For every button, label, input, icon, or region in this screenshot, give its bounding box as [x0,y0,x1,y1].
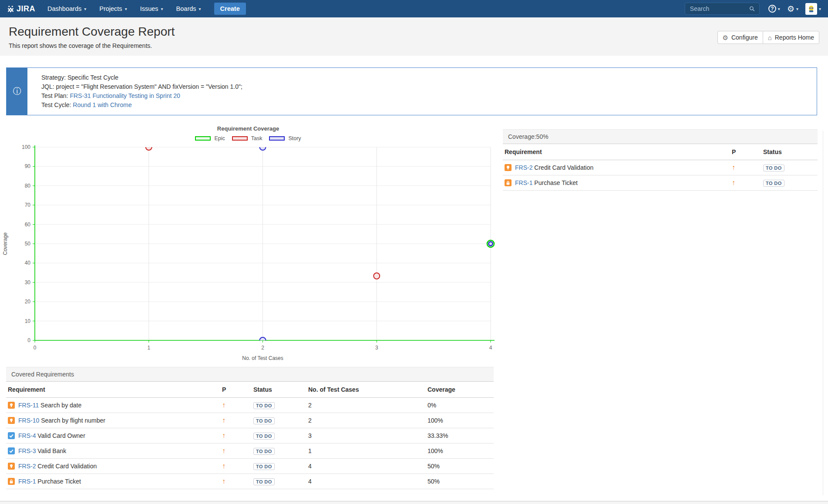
test-cases-cell: 2 [306,398,426,413]
configure-button[interactable]: ⚙ Configure [717,31,763,44]
issue-key-link[interactable]: FRS-2 [18,463,36,470]
column-header: No. of Test Cases [306,382,426,398]
status-cell: TO DO [252,444,306,459]
nav-item-issues[interactable]: Issues ▾ [140,5,163,12]
legend-label: Task [251,135,263,141]
story-icon [8,417,15,424]
issue-key-link[interactable]: FRS-2 [515,164,532,171]
chart-point-selected[interactable] [488,242,492,245]
legend-label: Epic [214,135,225,141]
requirement-cell: FRS-1 Purchase Ticket [6,474,220,489]
nav-item-dashboards[interactable]: Dashboards ▾ [47,5,86,12]
test-cycle-line: Test Cycle: Round 1 with Chrome [41,101,809,110]
status-cell: TO DO [252,474,306,489]
priority-up-icon: ↑ [732,164,735,171]
user-profile-menu[interactable]: ▾ [805,3,821,15]
svg-text:60: 60 [25,222,31,228]
column-header: Coverage [426,382,494,398]
nav-label: Projects [99,5,122,12]
create-button[interactable]: Create [214,3,246,15]
search-input[interactable] [689,5,749,13]
search-icon[interactable] [749,6,755,12]
legend-swatch-icon [269,136,285,141]
priority-cell: ↑ [220,474,252,489]
help-menu[interactable]: ? ▾ [768,5,780,13]
priority-cell: ↑ [730,175,761,191]
nav-item-boards[interactable]: Boards ▾ [176,5,201,12]
svg-text:100: 100 [22,144,30,150]
status-cell: TO DO [252,398,306,413]
test-cases-cell: 4 [306,459,426,474]
table-row[interactable]: FRS-2 Credit Card Validation↑TO DO450% [6,459,494,474]
coverage-cell: 100% [426,444,494,459]
issue-summary: Credit Card Validation [534,164,593,171]
priority-up-icon: ↑ [222,432,226,439]
status-badge: TO DO [763,180,784,187]
issue-summary: Search by flight number [41,417,105,424]
chart-legend: EpicTaskStory [0,135,496,141]
table-row[interactable]: FRS-4 Valid Card Owner↑TO DO333.33% [6,428,494,444]
requirement-cell: FRS-11 Search by date [6,398,220,413]
test-cases-cell: 3 [306,428,426,444]
nav-item-projects[interactable]: Projects ▾ [99,5,127,12]
requirement-cell: FRS-2 Credit Card Validation [6,459,220,474]
table-row[interactable]: FRS-1 Purchase Ticket↑TO DO450% [6,474,494,489]
info-icon: ⓘ [13,86,21,97]
requirement-cell: FRS-4 Valid Card Owner [6,428,220,444]
jql-line: JQL: project = "Flight Reservation Syste… [41,82,809,91]
requirement-cell: FRS-2 Credit Card Validation [503,160,730,175]
chevron-down-icon: ▾ [125,7,127,11]
chevron-down-icon: ▾ [778,7,780,11]
epic-icon [505,179,512,186]
test-cases-cell: 4 [306,474,426,489]
table-row[interactable]: FRS-11 Search by date↑TO DO20% [6,398,494,413]
legend-swatch-icon [195,136,211,141]
table-row[interactable]: FRS-10 Search by flight number↑TO DO2100… [6,413,494,428]
story-icon [505,164,512,171]
svg-text:50: 50 [25,241,31,247]
chart-point[interactable] [374,273,380,279]
test-plan-label: Test Plan: [41,92,70,99]
issue-key-link[interactable]: FRS-11 [18,402,39,409]
chevron-down-icon: ▾ [796,7,798,11]
nav-label: Boards [176,5,196,12]
test-plan-link[interactable]: FRS-31 Functionality Testing in Sprint 2… [70,92,180,99]
coverage-cell: 0% [426,398,494,413]
jira-logo[interactable]: JIRA [7,4,35,13]
priority-up-icon: ↑ [222,401,226,409]
coverage-cell: 100% [426,413,494,428]
priority-cell: ↑ [220,413,252,428]
reports-home-button[interactable]: ⌂ Reports Home [763,31,819,44]
issue-key-link[interactable]: FRS-3 [18,447,36,454]
issue-key-link[interactable]: FRS-10 [18,417,39,424]
issue-key-link[interactable]: FRS-1 [515,179,532,186]
admin-settings-menu[interactable]: ⚙ ▾ [787,5,798,13]
table-row[interactable]: FRS-1 Purchase Ticket↑TO DO [503,175,818,191]
issue-key-link[interactable]: FRS-1 [18,478,36,485]
issue-summary: Valid Bank [37,447,66,454]
svg-text:0: 0 [27,337,30,343]
issue-summary: Purchase Ticket [534,179,578,186]
issue-key-link[interactable]: FRS-4 [18,432,36,439]
svg-text:80: 80 [25,183,31,189]
nav-label: Issues [140,5,158,12]
priority-cell: ↑ [220,444,252,459]
column-header: P [730,144,761,160]
priority-up-icon: ↑ [222,447,226,454]
legend-item-epic: Epic [195,135,225,141]
svg-text:90: 90 [25,163,31,169]
table-row[interactable]: FRS-3 Valid Bank↑TO DO1100% [6,444,494,459]
chart-point[interactable] [260,144,266,150]
svg-text:40: 40 [25,260,31,266]
chart-point[interactable] [146,144,152,150]
chevron-down-icon: ▾ [819,7,821,11]
reports-home-icon: ⌂ [768,34,772,41]
test-cases-cell: 2 [306,413,426,428]
search-box[interactable] [685,3,760,15]
status-badge: TO DO [253,433,275,440]
table-row[interactable]: FRS-2 Credit Card Validation↑TO DO [503,160,818,175]
chevron-down-icon: ▾ [199,7,201,11]
chevron-down-icon: ▾ [84,7,86,11]
test-cycle-link[interactable]: Round 1 with Chrome [73,101,131,108]
page-title: Requirement Coverage Report [9,25,819,39]
